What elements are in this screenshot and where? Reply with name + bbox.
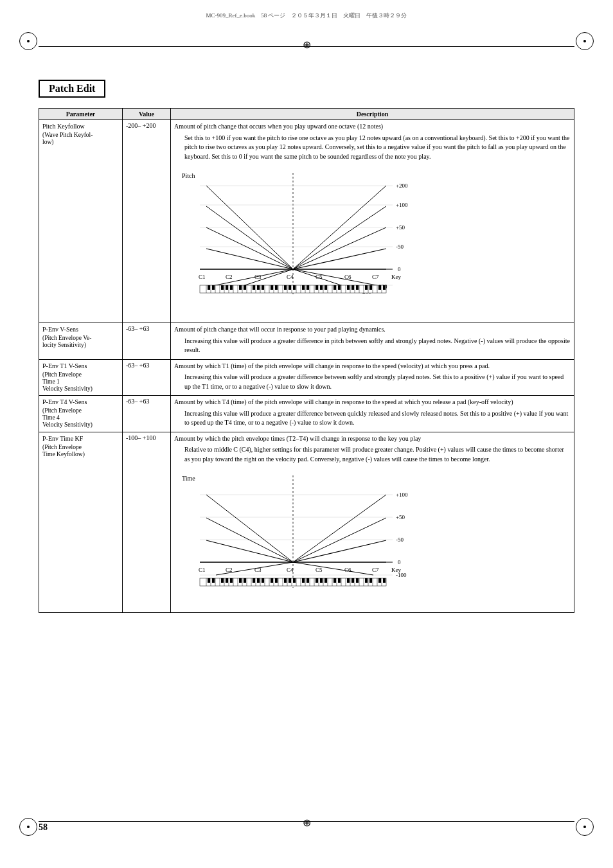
- desc-p-env-t4: Amount by which T4 (time) of the pitch e…: [171, 396, 574, 432]
- svg-line-119: [293, 518, 386, 562]
- page-number: 58: [39, 822, 48, 833]
- svg-rect-86: [262, 285, 264, 290]
- svg-rect-81: [230, 285, 233, 290]
- svg-text:Time: Time: [182, 475, 195, 482]
- desc-p-env-v-sens: Amount of pitch change that will occur i…: [171, 323, 574, 360]
- svg-rect-85: [257, 285, 260, 290]
- svg-rect-188: [284, 578, 287, 583]
- svg-rect-94: [315, 285, 318, 290]
- svg-rect-185: [262, 578, 264, 583]
- svg-line-25: [206, 249, 293, 269]
- value-p-env-t4: -63– +63: [123, 396, 171, 432]
- table-row: Pitch Keyfollow (Wave Pitch Keyfol- low)…: [39, 120, 574, 323]
- param-p-env-t1-v-sens: P-Env T1 V-Sens (Pitch Envelope Time 1 V…: [39, 359, 123, 396]
- svg-rect-100: [351, 285, 354, 290]
- svg-rect-91: [293, 285, 296, 290]
- reg-mark-bottom-left: [19, 818, 37, 836]
- pitch-keyfollow-svg: Pitch: [174, 166, 412, 314]
- value-pitch-keyfollow: -200– +200: [123, 120, 171, 323]
- svg-rect-103: [369, 285, 372, 290]
- svg-rect-201: [365, 578, 368, 583]
- svg-text:-50: -50: [396, 536, 404, 543]
- svg-rect-105: [383, 285, 386, 290]
- time-keyfollow-svg: Time +100: [174, 469, 412, 604]
- svg-rect-178: [221, 578, 224, 583]
- center-top-cross: ⊕: [303, 40, 311, 50]
- svg-rect-197: [338, 578, 341, 583]
- svg-rect-191: [302, 578, 305, 583]
- svg-text:C6: C6: [344, 567, 351, 573]
- svg-line-118: [293, 495, 386, 562]
- header-value: Value: [123, 109, 171, 120]
- table-row: P-Env V-Sens (Pitch Envelope Ve- locity …: [39, 323, 574, 360]
- desc-pitch-keyfollow: Amount of pitch change that occurs when …: [171, 120, 574, 323]
- svg-rect-181: [239, 578, 242, 583]
- svg-rect-203: [378, 578, 381, 583]
- svg-text:Key: Key: [391, 274, 401, 280]
- svg-text:+50: +50: [396, 224, 405, 231]
- svg-rect-89: [284, 285, 287, 290]
- svg-rect-184: [257, 578, 260, 583]
- svg-rect-98: [338, 285, 341, 290]
- svg-text:+50: +50: [396, 514, 405, 520]
- svg-text:C3: C3: [254, 567, 262, 573]
- svg-rect-187: [275, 578, 278, 583]
- svg-line-17: [293, 227, 386, 269]
- svg-line-19: [293, 249, 386, 269]
- svg-rect-183: [253, 578, 255, 583]
- desc-p-env-t1: Amount by which T1 (time) of the pitch e…: [171, 359, 574, 396]
- svg-line-124: [206, 518, 293, 562]
- svg-rect-99: [347, 285, 350, 290]
- svg-rect-199: [351, 578, 354, 583]
- header-text: MC-909_Ref_e.book 58 ページ ２０５年３月１日 火曜日 午後…: [206, 12, 407, 20]
- svg-rect-79: [221, 285, 224, 290]
- svg-text:+100: +100: [396, 202, 408, 208]
- svg-rect-104: [378, 285, 381, 290]
- svg-text:C6: C6: [344, 274, 351, 280]
- svg-text:C2: C2: [226, 567, 233, 573]
- svg-rect-95: [320, 285, 323, 290]
- table-row: P-Env T1 V-Sens (Pitch Envelope Time 1 V…: [39, 359, 574, 396]
- svg-line-23: [206, 206, 293, 269]
- svg-rect-176: [208, 578, 210, 583]
- svg-rect-204: [383, 578, 386, 583]
- svg-rect-194: [320, 578, 323, 583]
- svg-text:-50: -50: [396, 244, 404, 250]
- param-pitch-keyfollow: Pitch Keyfollow (Wave Pitch Keyfol- low): [39, 120, 123, 323]
- svg-rect-77: [208, 285, 210, 290]
- value-p-env-v-sens: -63– +63: [123, 323, 171, 360]
- desc-p-env-time-kf: Amount by which the pitch envelope times…: [171, 432, 574, 613]
- svg-rect-195: [324, 578, 327, 583]
- table-row: P-Env T4 V-Sens (Pitch Envelope Time 4 V…: [39, 396, 574, 432]
- svg-text:C5: C5: [315, 274, 323, 280]
- svg-rect-182: [244, 578, 246, 583]
- svg-rect-97: [333, 285, 336, 290]
- svg-text:C4: C4: [287, 567, 294, 573]
- svg-rect-200: [356, 578, 359, 583]
- header-bar: MC-909_Ref_e.book 58 ページ ２０５年３月１日 火曜日 午後…: [0, 0, 613, 25]
- svg-rect-202: [369, 578, 372, 583]
- svg-line-16: [293, 206, 386, 269]
- svg-rect-88: [275, 285, 278, 290]
- svg-rect-196: [333, 578, 336, 583]
- header-parameter: Parameter: [39, 109, 123, 120]
- svg-rect-84: [253, 285, 255, 290]
- content-area: Patch Edit Parameter Value Description P…: [39, 25, 574, 613]
- svg-rect-96: [324, 285, 327, 290]
- page-container: MC-909_Ref_e.book 58 ページ ２０５年３月１日 火曜日 午後…: [0, 0, 613, 868]
- svg-rect-186: [271, 578, 273, 583]
- svg-text:C7: C7: [372, 567, 379, 573]
- value-p-env-t1: -63– +63: [123, 359, 171, 396]
- svg-text:C4: C4: [287, 274, 294, 280]
- svg-rect-92: [302, 285, 305, 290]
- svg-rect-198: [347, 578, 350, 583]
- svg-text:Key: Key: [391, 567, 401, 573]
- svg-text:C5: C5: [315, 567, 323, 573]
- svg-rect-93: [306, 285, 309, 290]
- reg-mark-top-left: [19, 32, 37, 50]
- svg-rect-102: [365, 285, 368, 290]
- svg-line-123: [206, 495, 293, 562]
- svg-rect-82: [239, 285, 242, 290]
- svg-rect-101: [356, 285, 359, 290]
- svg-line-26: [206, 269, 293, 287]
